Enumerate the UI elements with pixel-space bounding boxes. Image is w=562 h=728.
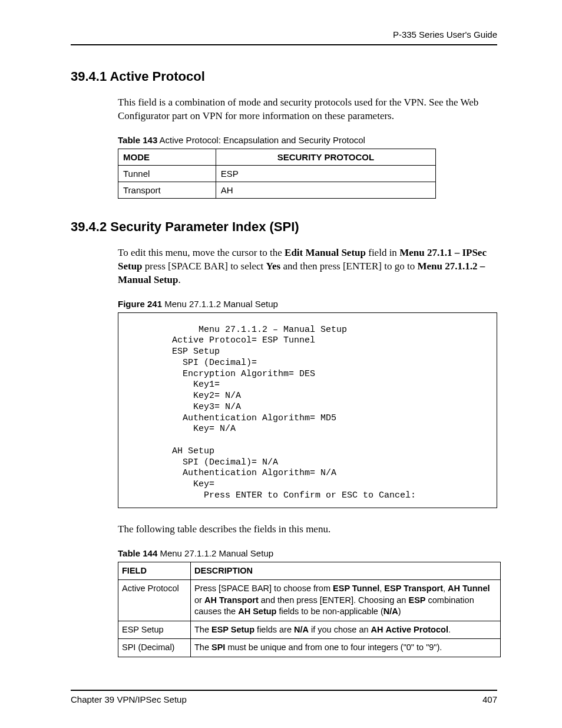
- cell-description: Press [SPACE BAR] to choose from ESP Tun…: [191, 580, 501, 621]
- table-143-label: Table 143: [118, 135, 157, 145]
- cell-description: The ESP Setup fields are N/A if you chos…: [191, 621, 501, 639]
- table-row: Transport AH: [118, 182, 436, 198]
- section2-paragraph: To edit this menu, move the cursor to th…: [71, 246, 497, 287]
- document-page: P-335 Series User's Guide 39.4.1 Active …: [0, 0, 562, 728]
- col-security-protocol: SECURITY PROTOCOL: [216, 149, 435, 165]
- col-description: DESCRIPTION: [191, 562, 501, 580]
- table-header-row: FIELD DESCRIPTION: [118, 562, 501, 580]
- col-field: FIELD: [118, 562, 191, 580]
- figure-241-content: Menu 27.1.1.2 – Manual Setup Active Prot…: [118, 312, 497, 508]
- footer-page-number: 407: [482, 694, 497, 704]
- cell-field: ESP Setup: [118, 621, 191, 639]
- cell-mode: Transport: [118, 182, 216, 198]
- page-footer: Chapter 39 VPN/IPSec Setup 407: [71, 690, 497, 704]
- guide-title: P-335 Series User's Guide: [393, 29, 497, 39]
- cell-field: Active Protocol: [118, 580, 191, 621]
- table-143-title: Active Protocol: Encapsulation and Secur…: [157, 135, 365, 145]
- col-mode: MODE: [118, 149, 216, 165]
- cell-proto: AH: [216, 182, 435, 198]
- cell-proto: ESP: [216, 165, 435, 182]
- after-figure-paragraph: The following table describes the fields…: [71, 523, 497, 536]
- cell-field: SPI (Decimal): [118, 639, 191, 657]
- table-header-row: MODE SECURITY PROTOCOL: [118, 149, 436, 165]
- table-143-caption: Table 143 Active Protocol: Encapsulation…: [71, 135, 497, 145]
- page-header: P-335 Series User's Guide: [71, 29, 497, 45]
- footer-chapter: Chapter 39 VPN/IPSec Setup: [71, 694, 187, 704]
- table-row: SPI (Decimal) The SPI must be unique and…: [118, 639, 501, 657]
- figure-241-caption: Figure 241 Menu 27.1.1.2 Manual Setup: [71, 299, 497, 309]
- cell-description: The SPI must be unique and from one to f…: [191, 639, 501, 657]
- section1-paragraph: This field is a combination of mode and …: [71, 96, 497, 123]
- table-144-caption: Table 144 Menu 27.1.1.2 Manual Setup: [71, 548, 497, 558]
- table-row: ESP Setup The ESP Setup fields are N/A i…: [118, 621, 501, 639]
- section-heading-spi: 39.4.2 Security Parameter Index (SPI): [71, 219, 497, 235]
- table-row: Tunnel ESP: [118, 165, 436, 182]
- figure-241-label: Figure 241: [118, 299, 162, 309]
- table-144-title: Menu 27.1.1.2 Manual Setup: [157, 548, 273, 558]
- section-heading-active-protocol: 39.4.1 Active Protocol: [71, 69, 497, 84]
- table-144: FIELD DESCRIPTION Active Protocol Press …: [118, 562, 501, 657]
- figure-241-title: Menu 27.1.1.2 Manual Setup: [162, 299, 278, 309]
- table-row: Active Protocol Press [SPACE BAR] to cho…: [118, 580, 501, 621]
- table-143: MODE SECURITY PROTOCOL Tunnel ESP Transp…: [118, 149, 436, 199]
- cell-mode: Tunnel: [118, 165, 216, 182]
- table-144-label: Table 144: [118, 548, 157, 558]
